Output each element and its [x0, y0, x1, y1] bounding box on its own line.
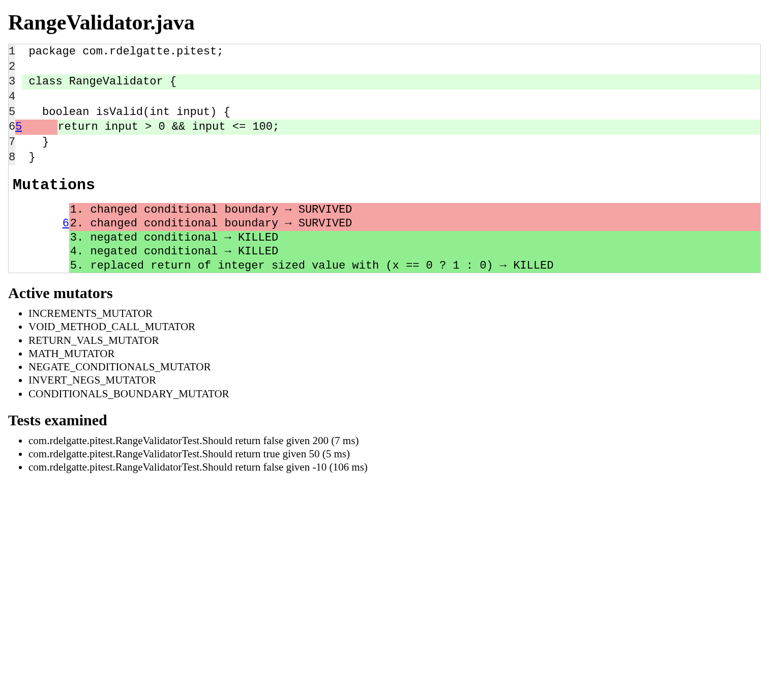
- mutator-item: VOID_METHOD_CALL_MUTATOR: [28, 320, 761, 333]
- mutation-item: 4. negated conditional → KILLED: [69, 245, 760, 259]
- mutation-count-link[interactable]: 5: [15, 121, 22, 133]
- line-number: 3: [9, 74, 15, 90]
- mutation-count-cell: [15, 90, 22, 105]
- source-code: [22, 90, 760, 105]
- report-box: 1 package com.rdelgatte.pitest;2 3 class…: [8, 44, 761, 273]
- line-number: 6: [9, 120, 15, 135]
- mutation-count-cell: [15, 105, 22, 120]
- mutation-line-ref: 6: [9, 203, 69, 273]
- mutation-count-cell: [15, 135, 22, 150]
- mutation-count-cell: [15, 74, 22, 90]
- source-table: 1 package com.rdelgatte.pitest;2 3 class…: [9, 44, 760, 165]
- source-row: 7 }: [9, 135, 760, 150]
- mutation-list-cell: 1. changed conditional boundary → SURVIV…: [69, 203, 760, 273]
- line-number: 4: [9, 90, 15, 105]
- line-number: 8: [9, 150, 15, 165]
- line-number: 7: [9, 135, 15, 150]
- test-item: com.rdelgatte.pitest.RangeValidatorTest.…: [28, 447, 761, 460]
- mutations-heading: Mutations: [13, 177, 760, 194]
- tests-heading: Tests examined: [8, 412, 761, 429]
- source-row: 65 return input > 0 && input <= 100;: [9, 120, 760, 135]
- mutation-count-cell: [15, 60, 22, 75]
- source-code: boolean isValid(int input) {: [22, 105, 760, 120]
- source-code: package com.rdelgatte.pitest;: [22, 44, 760, 60]
- source-row: 4: [9, 90, 760, 105]
- code-text: return input > 0 && input <= 100;: [57, 121, 279, 133]
- mutator-item: MATH_MUTATOR: [28, 347, 761, 360]
- active-mutators-list: INCREMENTS_MUTATORVOID_METHOD_CALL_MUTAT…: [8, 307, 761, 400]
- mutation-item: 1. changed conditional boundary → SURVIV…: [69, 203, 760, 217]
- source-row: 3 class RangeValidator {: [9, 74, 760, 90]
- test-item: com.rdelgatte.pitest.RangeValidatorTest.…: [28, 460, 761, 474]
- mutator-item: NEGATE_CONDITIONALS_MUTATOR: [28, 360, 761, 373]
- line-number: 2: [9, 60, 15, 75]
- active-mutators-heading: Active mutators: [8, 284, 761, 302]
- mutation-line-link[interactable]: 6: [63, 217, 69, 230]
- source-row: 8 }: [9, 150, 760, 165]
- mutator-item: INCREMENTS_MUTATOR: [28, 307, 761, 320]
- mutation-item: 2. changed conditional boundary → SURVIV…: [69, 217, 760, 231]
- test-item: com.rdelgatte.pitest.RangeValidatorTest.…: [28, 434, 761, 447]
- source-code: [22, 60, 760, 75]
- line-number: 1: [9, 44, 15, 60]
- source-code: return input > 0 && input <= 100;: [22, 120, 760, 135]
- mutator-item: RETURN_VALS_MUTATOR: [28, 334, 761, 347]
- mutation-item: 5. replaced return of integer sized valu…: [69, 259, 760, 273]
- mutation-count-cell: 5: [15, 120, 22, 135]
- mutator-item: CONDITIONALS_BOUNDARY_MUTATOR: [28, 387, 761, 400]
- mutation-count-cell: [15, 150, 22, 165]
- page-title: RangeValidator.java: [8, 10, 761, 35]
- source-code: }: [22, 150, 760, 165]
- source-row: 1 package com.rdelgatte.pitest;: [9, 44, 760, 60]
- source-code: class RangeValidator {: [22, 74, 760, 90]
- source-row: 5 boolean isValid(int input) {: [9, 105, 760, 120]
- tests-list: com.rdelgatte.pitest.RangeValidatorTest.…: [8, 434, 761, 474]
- mutator-item: INVERT_NEGS_MUTATOR: [28, 373, 761, 387]
- mutation-item: 3. negated conditional → KILLED: [69, 231, 760, 245]
- line-number: 5: [9, 105, 15, 120]
- mutations-table: 6 1. changed conditional boundary → SURV…: [9, 203, 760, 273]
- source-row: 2: [9, 60, 760, 75]
- source-code: }: [22, 135, 760, 150]
- mutation-count-cell: [15, 44, 22, 60]
- survived-prefix: [22, 120, 57, 135]
